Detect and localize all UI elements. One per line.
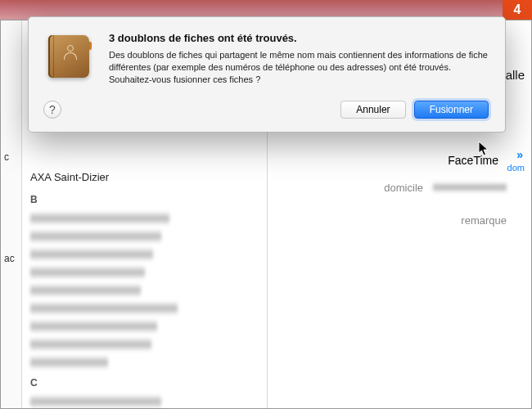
list-item[interactable] <box>30 265 145 280</box>
list-item[interactable]: AXA Saint-Dizier <box>22 168 267 187</box>
merge-duplicates-dialog: 3 doublons de fiches ont été trouvés. De… <box>28 16 506 133</box>
link-truncated[interactable]: dom <box>507 163 525 173</box>
section-header: B <box>22 191 267 208</box>
cancel-button[interactable]: Annuler <box>340 101 405 119</box>
facetime-label: FaceTime <box>268 147 531 175</box>
help-button[interactable]: ? <box>43 101 61 119</box>
merge-button[interactable]: Fusionner <box>414 101 489 119</box>
list-item[interactable] <box>30 211 169 226</box>
section-header: C <box>22 375 267 391</box>
chevron-icon[interactable]: » <box>516 148 523 161</box>
field-label-domicile: domicile <box>384 182 423 194</box>
sidebar-item[interactable]: ac <box>1 253 21 264</box>
field-label-remarque: remarque <box>461 214 507 227</box>
dialog-title: 3 doublons de fiches ont été trouvés. <box>109 32 489 44</box>
dialog-message: Des doublons de fiches qui partagent le … <box>109 49 489 86</box>
contacts-app-icon <box>45 32 94 81</box>
field-value-redacted <box>433 182 507 193</box>
list-item[interactable] <box>30 247 153 262</box>
step-number-badge: 4 <box>503 0 532 20</box>
list-item[interactable] <box>30 301 178 316</box>
list-item[interactable] <box>30 355 108 370</box>
list-item[interactable] <box>30 394 161 409</box>
sidebar-item[interactable]: c <box>1 151 21 163</box>
list-item[interactable] <box>30 283 141 298</box>
sidebar: c ac <box>1 20 22 408</box>
contact-title-truncated: alle <box>506 68 525 82</box>
list-item[interactable] <box>30 229 161 244</box>
list-item[interactable] <box>30 337 151 352</box>
list-item[interactable] <box>30 319 157 334</box>
